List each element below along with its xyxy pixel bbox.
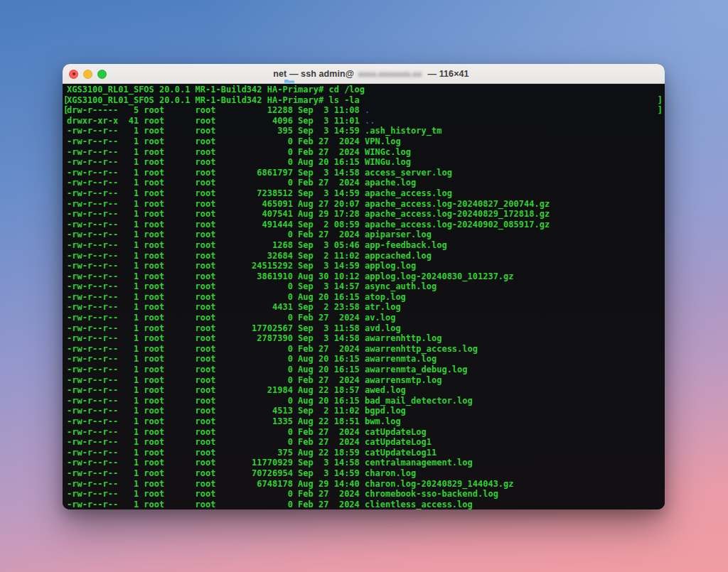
file-name: WINGc.log <box>365 147 411 157</box>
file-row-meta: -rw-r--r-- 1 root root 0 Feb 27 2024 <box>67 375 365 385</box>
zoom-button[interactable] <box>97 70 107 79</box>
minimize-button[interactable] <box>83 70 92 79</box>
terminal-line: -rw-r--r-- 1 root root 1335 Aug 22 18:51… <box>67 416 665 427</box>
terminal-line: -rw-r--r-- 1 root root 70726954 Sep 3 14… <box>67 468 665 479</box>
terminal-line: -rw-r--r-- 1 root root 0 Feb 27 2024 awa… <box>67 375 665 386</box>
file-row-meta: -rw-r--r-- 1 root root 0 Feb 27 2024 <box>67 136 365 146</box>
directory-name: . <box>365 105 370 115</box>
file-row-meta: -rw-r--r-- 1 root root 375 Aug 22 18:59 <box>67 448 365 458</box>
terminal-line: -rw-r--r-- 1 root root 7238512 Sep 3 14:… <box>67 188 665 199</box>
file-row-meta: -rw-r--r-- 1 root root 0 Aug 20 16:15 <box>67 354 365 364</box>
file-name: atop.log <box>365 292 406 302</box>
file-name: awarrenmta.log <box>365 354 437 364</box>
file-name: atr.log <box>365 302 401 312</box>
file-row-meta: -rw-r--r-- 1 root root 0 Aug 20 16:15 <box>67 365 365 374</box>
bracket-artifact: ] <box>658 95 663 106</box>
file-row-meta: -rw-r--r-- 1 root root 70726954 Sep 3 14… <box>67 468 365 478</box>
terminal-line: -rw-r--r-- 1 root root 32684 Sep 2 11:02… <box>67 251 665 261</box>
terminal-line: -rw-r--r-- 1 root root 0 Feb 27 2024 VPN… <box>67 136 665 147</box>
folder-icon <box>258 69 269 78</box>
title-prefix: net — ssh admin@ <box>273 69 354 79</box>
file-name: awarrenhttp.log <box>365 333 441 343</box>
terminal-line: -rw-r--r-- 1 root root 11770929 Sep 3 14… <box>67 458 665 468</box>
file-name: bgpd.log <box>365 406 406 416</box>
bracket-artifact: [ <box>63 105 68 116</box>
terminal-line: -rw-r--r-- 1 root root 0 Feb 27 2024 apa… <box>67 178 665 188</box>
file-row-meta: -rw-r--r-- 1 root root 4513 Sep 2 11:02 <box>67 406 365 416</box>
terminal-line: -rw-r--r-- 1 root root 375 Aug 22 18:59 … <box>67 448 665 458</box>
file-name: applog.log <box>365 261 416 271</box>
file-row-meta: -rw-r--r-- 1 root root 0 Feb 27 2024 <box>67 344 365 354</box>
bracket-artifact: ] <box>658 105 663 116</box>
file-name: bwm.log <box>365 416 401 426</box>
file-row-meta: -rw-r--r-- 1 root root 17702567 Sep 3 11… <box>67 323 365 333</box>
file-row-meta: -rw-r--r-- 1 root root 1335 Aug 22 18:51 <box>67 416 365 426</box>
file-name: awarrenmta_debug.log <box>365 365 468 374</box>
file-row-meta: -rw-r--r-- 1 root root 0 Feb 27 2024 <box>67 437 365 447</box>
file-row-meta: -rw-r--r-- 1 root root 11770929 Sep 3 14… <box>67 458 365 468</box>
directory-name: .. <box>365 116 375 126</box>
close-button[interactable] <box>69 70 78 79</box>
terminal-line: -rw-r--r-- 1 root root 1268 Sep 3 05:46 … <box>67 240 665 251</box>
file-name: awarrensmtp.log <box>365 375 441 385</box>
file-row-meta: -rw-r--r-- 1 root root 0 Sep 3 14:57 <box>67 281 365 291</box>
file-name: av.log <box>365 313 395 323</box>
terminal-line: -rw-r--r-- 1 root root 0 Feb 27 2024 av.… <box>67 313 665 323</box>
file-row-meta: -rw-r--r-- 1 root root 407541 Aug 29 17:… <box>67 209 365 219</box>
bracket-artifact: [ <box>63 95 68 106</box>
terminal-line: -rw-r--r-- 1 root root 0 Feb 27 2024 WIN… <box>67 147 665 158</box>
file-row-meta: -rw-r--r-- 1 root root 4431 Sep 2 23:58 <box>67 302 365 312</box>
file-row-meta: -rw-r--r-- 1 root root 0 Feb 27 2024 <box>67 147 365 157</box>
terminal-line: -rw-r--r-- 1 root root 4431 Sep 2 23:58 … <box>67 302 665 313</box>
file-name: catUpdateLog11 <box>365 448 437 458</box>
file-row-meta: -rw-r--r-- 1 root root 0 Aug 20 16:15 <box>67 157 365 167</box>
terminal-line: -rw-r--r-- 1 root root 0 Aug 20 16:15 aw… <box>67 354 665 365</box>
file-name: apache_access.log <box>365 188 452 198</box>
terminal-screen[interactable]: XGS3100_RL01_SFOS 20.0.1 MR-1-Build342 H… <box>63 84 665 509</box>
terminal-line: -rw-r--r-- 1 root root 0 Feb 27 2024 cli… <box>67 500 665 509</box>
file-name: applog.log-20240830_101237.gz <box>365 271 514 281</box>
file-row-meta: -rw-r--r-- 1 root root 0 Feb 27 2024 <box>67 230 365 239</box>
file-name: apiparser.log <box>365 230 432 239</box>
terminal-line: -rw-r--r-- 1 root root 0 Feb 27 2024 api… <box>67 230 665 240</box>
file-row-meta: -rw-r--r-- 1 root root 0 Feb 27 2024 <box>67 489 365 499</box>
file-row-meta: -rw-r--r-- 1 root root 1268 Sep 3 05:46 <box>67 240 365 250</box>
file-row-meta: -rw-r--r-- 1 root root 21984 Aug 22 18:5… <box>67 385 365 395</box>
terminal-line: -rw-r--r-- 1 root root 0 Sep 3 14:57 asy… <box>67 281 665 292</box>
terminal-line: -rw-r--r-- 1 root root 2787390 Sep 3 14:… <box>67 333 665 344</box>
terminal-line: -rw-r--r-- 1 root root 0 Feb 27 2024 awa… <box>67 344 665 355</box>
file-row-meta: -rw-r--r-- 1 root root 6861797 Sep 3 14:… <box>67 168 365 178</box>
window-title: net — ssh admin@ xxxx.xxxxxxx.xx — 116×4… <box>258 69 469 79</box>
terminal-line: -rw-r--r-- 1 root root 0 Aug 20 16:15 at… <box>67 292 665 303</box>
terminal-line: -rw-r--r-- 1 root root 395 Sep 3 14:59 .… <box>67 126 665 136</box>
terminal-line: -rw-r--r-- 1 root root 0 Aug 20 16:15 aw… <box>67 365 665 375</box>
terminal-line: -rw-r--r-- 1 root root 21984 Aug 22 18:5… <box>67 385 665 396</box>
file-name: VPN.log <box>365 136 401 146</box>
file-name: bad_mail_detector.log <box>365 396 473 406</box>
file-name: access_server.log <box>365 168 452 178</box>
file-row-meta: -rw-r--r-- 1 root root 0 Feb 27 2024 <box>67 178 365 188</box>
terminal-line: -rw-r--r-- 1 root root 6861797 Sep 3 14:… <box>67 168 665 178</box>
file-name: chromebook-sso-backend.log <box>365 489 498 499</box>
file-row-meta: -rw-r--r-- 1 root root 491444 Sep 2 08:5… <box>67 220 365 230</box>
file-row-meta: -rw-r--r-- 1 root root 3861910 Aug 30 10… <box>67 271 365 281</box>
file-name: avd.log <box>365 323 401 333</box>
file-name: catUpdateLog1 <box>365 437 432 447</box>
redacted-hostname: xxxx.xxxxxxx.xx <box>358 69 422 78</box>
file-row-meta: -rw-r--r-- 1 root root 32684 Sep 2 11:02 <box>67 251 365 261</box>
file-row-meta: -rw-r--r-- 1 root root 395 Sep 3 14:59 <box>67 126 365 136</box>
terminal-line: [XGS3100_RL01_SFOS 20.0.1 MR-1-Build342 … <box>67 95 665 106</box>
terminal-line: -rw-r--r-- 1 root root 3861910 Aug 30 10… <box>67 271 665 282</box>
terminal-line: -rw-r--r-- 1 root root 491444 Sep 2 08:5… <box>67 220 665 230</box>
file-name: clientless_access.log <box>365 500 473 509</box>
terminal-line: -rw-r--r-- 1 root root 0 Aug 20 16:15 ba… <box>67 396 665 406</box>
window-titlebar[interactable]: net — ssh admin@ xxxx.xxxxxxx.xx — 116×4… <box>63 64 665 84</box>
file-row-meta: -rw-r--r-- 1 root root 0 Feb 27 2024 <box>67 313 365 323</box>
file-name: awed.log <box>365 385 406 395</box>
file-row-meta: -rw-r--r-- 1 root root 0 Aug 20 16:15 <box>67 292 365 302</box>
terminal-line: -rw-r--r-- 1 root root 6748178 Aug 29 14… <box>67 479 665 490</box>
file-name: WINGu.log <box>365 157 411 167</box>
file-name: apache_access.log-20240829_172818.gz <box>365 209 550 219</box>
file-row-meta: -rw-r--r-- 1 root root 24515292 Sep 3 14… <box>67 261 365 271</box>
traffic-light-buttons <box>69 64 107 84</box>
